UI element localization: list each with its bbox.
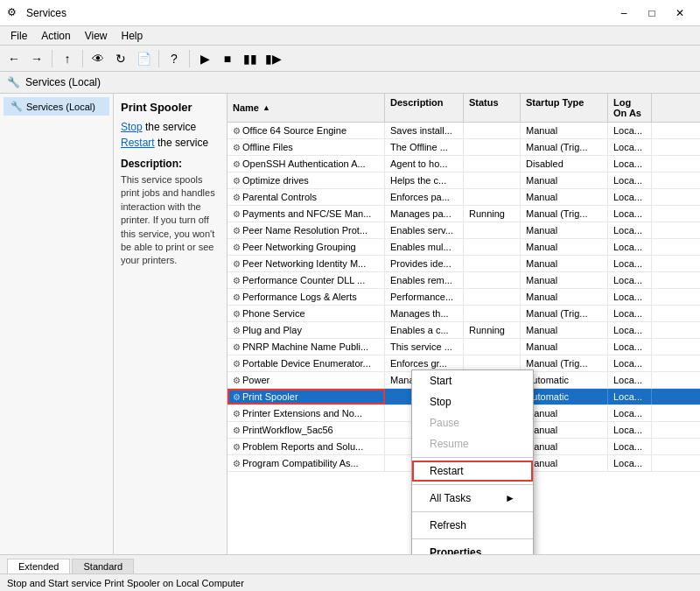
ctx-stop[interactable]: Stop <box>412 391 533 412</box>
td-name: ⚙ PNRP Machine Name Publi... <box>228 339 385 355</box>
ctx-resume: Resume <box>412 433 533 454</box>
table-row[interactable]: ⚙ Performance Counter DLL ... Enables re… <box>228 272 700 289</box>
ctx-restart[interactable]: Restart <box>412 461 533 482</box>
play-button[interactable]: ▶ <box>194 48 215 69</box>
up-button[interactable]: ↑ <box>57 48 78 69</box>
tab-standard-label: Standard <box>83 561 122 572</box>
td-status <box>464 172 521 188</box>
stop-toolbar-button[interactable]: ■ <box>217 48 238 69</box>
stop-link-text[interactable]: Stop <box>121 121 143 133</box>
table-row[interactable]: ⚙ Phone Service Manages th... Manual (Tr… <box>228 306 700 322</box>
bottom-tabs: Extended Standard <box>0 554 700 573</box>
table-row[interactable]: ⚙ Parental Controls Enforces pa... Manua… <box>228 189 700 206</box>
td-log: Loca... <box>608 239 652 255</box>
td-desc: Helps the c... <box>385 172 464 188</box>
ctx-properties[interactable]: Properties <box>412 542 533 554</box>
pause-toolbar-button[interactable]: ▮▮ <box>240 48 261 69</box>
menu-help[interactable]: Help <box>115 28 150 44</box>
td-startup: Manual <box>521 256 608 271</box>
restart-link-text[interactable]: Restart <box>121 137 155 149</box>
back-button[interactable]: ← <box>4 48 24 69</box>
td-desc: Provides ide... <box>385 256 464 271</box>
td-desc: Agent to ho... <box>385 156 464 172</box>
menu-view[interactable]: View <box>78 28 115 44</box>
td-status <box>464 339 521 355</box>
context-menu[interactable]: Start Stop Pause Resume Restart All Task… <box>411 369 534 554</box>
minimize-button[interactable]: – <box>611 4 637 22</box>
td-startup: Manual <box>521 172 608 188</box>
service-icon: ⚙ <box>233 376 241 385</box>
table-row[interactable]: ⚙ Optimize drives Helps the c... Manual … <box>228 172 700 189</box>
ctx-refresh[interactable]: Refresh <box>412 515 533 536</box>
table-row[interactable]: ⚙ PNRP Machine Name Publi... This servic… <box>228 339 700 355</box>
td-log: Loca... <box>608 389 652 405</box>
refresh-button[interactable]: ↻ <box>110 48 131 69</box>
toolbar-separator-3 <box>158 50 159 67</box>
td-status <box>464 139 521 155</box>
service-icon: ⚙ <box>233 342 241 352</box>
service-icon: ⚙ <box>233 226 241 236</box>
table-row[interactable]: ⚙ Peer Name Resolution Prot... Enables s… <box>228 222 700 239</box>
service-icon: ⚙ <box>233 276 241 285</box>
td-log: Loca... <box>608 439 652 454</box>
help-toolbar-button[interactable]: ? <box>164 48 185 69</box>
td-desc: Enables mul... <box>385 239 464 255</box>
left-panel-title: Print Spooler <box>121 101 220 114</box>
th-startup[interactable]: Startup Type <box>521 94 608 122</box>
th-description[interactable]: Description <box>385 94 464 122</box>
sidebar-item-services-local[interactable]: 🔧 Services (Local) <box>4 97 109 116</box>
table-row[interactable]: ⚙ Plug and Play Enables a c... Running M… <box>228 322 700 339</box>
td-name: ⚙ Parental Controls <box>228 189 385 205</box>
menu-action[interactable]: Action <box>34 28 77 44</box>
td-log: Loca... <box>608 139 652 155</box>
table-row[interactable]: ⚙ Offline Files The Offline ... Manual (… <box>228 139 700 156</box>
restart-toolbar-button[interactable]: ▮▶ <box>262 48 284 69</box>
address-label: Services (Local) <box>25 76 101 88</box>
maximize-button[interactable]: □ <box>639 4 665 22</box>
table-row[interactable]: ⚙ Payments and NFC/SE Man... Manages pa.… <box>228 206 700 222</box>
service-icon: ⚙ <box>233 392 241 402</box>
stop-service-link[interactable]: Stop the service <box>121 121 220 133</box>
restart-link-suffix: the service <box>158 137 208 149</box>
close-button[interactable]: ✕ <box>667 4 693 22</box>
th-status[interactable]: Status <box>464 94 521 122</box>
service-name: PrintWorkflow_5ac56 <box>242 425 333 435</box>
td-log: Loca... <box>608 339 652 355</box>
ctx-start[interactable]: Start <box>412 370 533 391</box>
td-log: Loca... <box>608 455 652 471</box>
ctx-alltasks[interactable]: All Tasks► <box>412 488 533 509</box>
td-log: Loca... <box>608 306 652 321</box>
td-status <box>464 306 521 321</box>
export-button[interactable]: 📄 <box>133 48 154 69</box>
table-row[interactable]: ⚙ Office 64 Source Engine Saves install.… <box>228 123 700 139</box>
tab-standard[interactable]: Standard <box>72 559 134 573</box>
services-panel: Name ▲ Description Status Startup Type L… <box>228 94 700 554</box>
status-bar: Stop and Start service Print Spooler on … <box>0 573 700 591</box>
service-icon: ⚙ <box>233 309 241 319</box>
tab-extended-label: Extended <box>18 561 59 572</box>
menu-file[interactable]: File <box>4 28 34 44</box>
forward-button[interactable]: → <box>26 48 47 69</box>
service-name: Office 64 Source Engine <box>242 125 346 136</box>
restart-service-link[interactable]: Restart the service <box>121 137 220 149</box>
ctx-alltasks-arrow: ► <box>505 492 515 504</box>
service-name: Parental Controls <box>242 192 317 202</box>
th-name[interactable]: Name ▲ <box>228 94 385 122</box>
td-desc: Manages pa... <box>385 206 464 222</box>
tab-extended[interactable]: Extended <box>7 559 70 573</box>
service-name: Power <box>242 375 270 385</box>
show-hide-button[interactable]: 👁 <box>88 48 108 69</box>
table-row[interactable]: ⚙ Peer Networking Identity M... Provides… <box>228 256 700 272</box>
td-startup: Manual <box>521 272 608 288</box>
table-row[interactable]: ⚙ OpenSSH Authentication A... Agent to h… <box>228 156 700 172</box>
service-name: PNRP Machine Name Publi... <box>242 341 368 352</box>
td-log: Loca... <box>608 123 652 138</box>
th-logon[interactable]: Log On As <box>608 94 652 122</box>
toolbar-separator-1 <box>52 50 52 67</box>
service-icon: ⚙ <box>233 159 241 169</box>
sort-icon: ▲ <box>262 103 270 112</box>
table-row[interactable]: ⚙ Performance Logs & Alerts Performance.… <box>228 289 700 306</box>
table-row[interactable]: ⚙ Peer Networking Grouping Enables mul..… <box>228 239 700 256</box>
td-status <box>464 272 521 288</box>
td-desc: Saves install... <box>385 123 464 138</box>
